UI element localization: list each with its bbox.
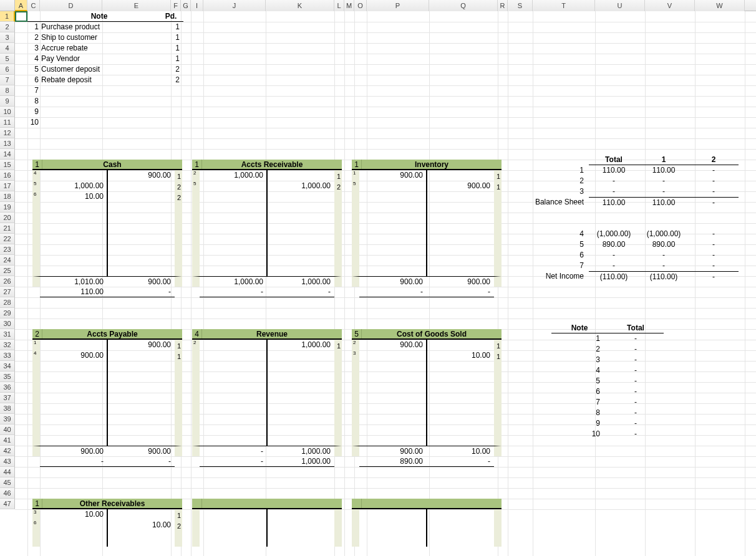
t-account-body[interactable]: 21,000.00151,000.002 <box>192 170 342 276</box>
t-account-body[interactable] <box>192 509 342 547</box>
t-account-body[interactable]: 1900.0015900.001 <box>352 170 502 276</box>
row-header-14[interactable]: 14 <box>0 149 15 160</box>
row-header-11[interactable]: 11 <box>0 117 15 128</box>
row-header-43[interactable]: 43 <box>0 456 15 467</box>
t-account-entry[interactable]: 1900.001 <box>40 340 175 350</box>
notes-row[interactable]: 4Pay Vendor1 <box>27 54 183 64</box>
row-header-9[interactable]: 9 <box>0 96 15 107</box>
t-account-title[interactable]: 1Other Receivables <box>32 499 182 509</box>
nt-row[interactable]: 2- <box>551 344 664 355</box>
row-header-15[interactable]: 15 <box>0 160 15 170</box>
t-account-title[interactable]: 1Inventory <box>352 160 502 170</box>
t-account-entry[interactable]: 21,000.001 <box>200 340 334 350</box>
t-account-entry[interactable]: 51,000.002 <box>200 181 334 191</box>
row-header-25[interactable]: 25 <box>0 266 15 276</box>
row-header-24[interactable]: 24 <box>0 255 15 266</box>
t-account-title[interactable]: 1Accts Receivable <box>192 160 342 170</box>
row-header-2[interactable]: 2 <box>0 22 15 32</box>
column-header-s[interactable]: S <box>508 0 533 11</box>
t-account-title[interactable]: 1Cash <box>32 160 182 170</box>
column-header-i[interactable]: I <box>191 0 203 11</box>
nt-row[interactable]: 4- <box>551 365 664 376</box>
column-header-g[interactable]: G <box>181 0 191 11</box>
column-header-q[interactable]: Q <box>429 0 498 11</box>
t-account-entry[interactable]: 310.001 <box>40 509 175 520</box>
column-header-p[interactable]: P <box>367 0 429 11</box>
nt-row[interactable]: 5- <box>551 376 664 386</box>
row-header-1[interactable]: 1 <box>0 11 15 22</box>
t-account-title[interactable]: 2Accts Payable <box>32 329 182 340</box>
t-account-entry[interactable]: 1900.001 <box>359 170 494 181</box>
nt-row[interactable]: 10- <box>551 429 664 439</box>
nt-row[interactable]: 8- <box>551 408 664 418</box>
column-header-m[interactable]: M <box>344 0 354 11</box>
row-header-44[interactable]: 44 <box>0 467 15 477</box>
row-header-23[interactable]: 23 <box>0 244 15 255</box>
row-header-10[interactable]: 10 <box>0 107 15 117</box>
t-account-body[interactable]: 2900.001310.001 <box>352 340 502 446</box>
row-header-34[interactable]: 34 <box>0 361 15 371</box>
row-header-45[interactable]: 45 <box>0 477 15 488</box>
row-header-42[interactable]: 42 <box>0 446 15 456</box>
column-header-e[interactable]: E <box>102 0 171 11</box>
row-header-3[interactable]: 3 <box>0 32 15 43</box>
summary-row[interactable]: 3--- <box>526 186 739 197</box>
notes-row[interactable]: 1Purchase product1 <box>27 22 183 32</box>
nt-row[interactable]: 3- <box>551 355 664 365</box>
column-header-t[interactable]: T <box>533 0 595 11</box>
row-header-16[interactable]: 16 <box>0 170 15 181</box>
t-account-entry[interactable]: 51,000.002 <box>40 181 175 191</box>
row-header-33[interactable]: 33 <box>0 350 15 361</box>
column-header-v[interactable]: V <box>645 0 695 11</box>
column-header-w[interactable]: W <box>695 0 745 11</box>
notes-row[interactable]: 2Ship to customer1 <box>27 32 183 43</box>
row-header-40[interactable]: 40 <box>0 424 15 435</box>
nt-row[interactable]: 9- <box>551 418 664 429</box>
row-header-28[interactable]: 28 <box>0 297 15 308</box>
notes-row[interactable]: 8 <box>27 96 183 107</box>
row-header-20[interactable]: 20 <box>0 213 15 223</box>
t-account-title[interactable] <box>352 499 502 509</box>
notes-row[interactable]: 3Accrue rebate1 <box>27 43 183 54</box>
row-header-22[interactable]: 22 <box>0 234 15 244</box>
t-account-body[interactable]: 21,000.001 <box>192 340 342 446</box>
column-header-u[interactable]: U <box>595 0 645 11</box>
column-header-j[interactable]: J <box>203 0 266 11</box>
t-account-entry[interactable]: 21,000.001 <box>200 170 334 181</box>
column-header-c[interactable]: C <box>27 0 40 11</box>
column-header-f[interactable]: F <box>171 0 181 11</box>
summary-row[interactable]: 1110.00110.00- <box>526 165 739 176</box>
row-header-21[interactable]: 21 <box>0 223 15 234</box>
t-account-entry[interactable]: 610.002 <box>40 191 175 202</box>
summary-row[interactable]: 7--- <box>526 261 739 271</box>
row-header-4[interactable]: 4 <box>0 43 15 54</box>
summary-net-income[interactable]: Net Income(110.00)(110.00)- <box>526 271 739 282</box>
t-account-entry[interactable]: 5900.001 <box>359 181 494 191</box>
t-account-body[interactable] <box>352 509 502 547</box>
row-header-13[interactable]: 13 <box>0 138 15 149</box>
column-header-o[interactable]: O <box>354 0 367 11</box>
row-header-31[interactable]: 31 <box>0 329 15 340</box>
row-header-39[interactable]: 39 <box>0 414 15 424</box>
row-header-29[interactable]: 29 <box>0 308 15 319</box>
column-header-r[interactable]: R <box>498 0 508 11</box>
notes-row[interactable]: 9 <box>27 107 183 117</box>
nt-row[interactable]: 1- <box>551 333 664 344</box>
row-header-17[interactable]: 17 <box>0 181 15 191</box>
row-header-12[interactable]: 12 <box>0 128 15 138</box>
column-header-k[interactable]: K <box>266 0 334 11</box>
t-account-body[interactable]: 4900.00151,000.002610.002 <box>32 170 182 276</box>
row-header-8[interactable]: 8 <box>0 85 15 96</box>
t-account-body[interactable]: 310.001610.002 <box>32 509 182 547</box>
t-account-title[interactable]: 5Cost of Goods Sold <box>352 329 502 340</box>
t-account-entry[interactable]: 2900.001 <box>359 340 494 350</box>
row-header-30[interactable]: 30 <box>0 319 15 329</box>
column-header-a[interactable]: A <box>15 0 27 11</box>
notes-row[interactable]: 7 <box>27 85 183 96</box>
row-header-5[interactable]: 5 <box>0 54 15 64</box>
row-header-37[interactable]: 37 <box>0 393 15 403</box>
row-header-18[interactable]: 18 <box>0 191 15 202</box>
row-header-41[interactable]: 41 <box>0 435 15 446</box>
nt-row[interactable]: 6- <box>551 386 664 397</box>
column-header-l[interactable]: L <box>334 0 344 11</box>
